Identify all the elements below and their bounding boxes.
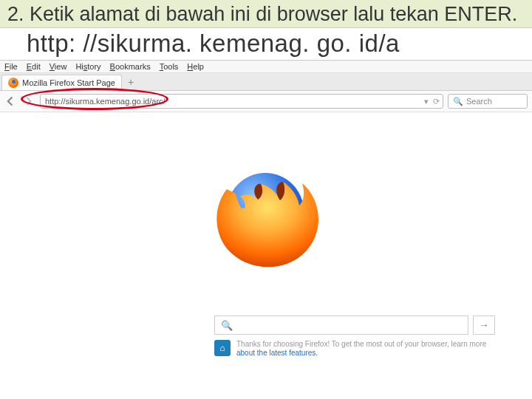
promo-banner: ⌂ Thanks for choosing Firefox! To get th… bbox=[214, 340, 510, 358]
chevron-left-icon bbox=[6, 96, 16, 106]
chevron-right-icon bbox=[24, 97, 33, 106]
start-page-search: 🔍 → bbox=[214, 316, 495, 335]
arrow-right-icon: → bbox=[479, 319, 489, 331]
menu-help[interactable]: Help bbox=[187, 62, 204, 71]
tab-strip: Mozilla Firefox Start Page + bbox=[0, 73, 532, 91]
menu-view[interactable]: View bbox=[50, 62, 67, 71]
instruction-text: 2. Ketik alamat di bawah ini di browser … bbox=[7, 3, 525, 26]
browser-frame: File Edit View History Bookmarks Tools H… bbox=[0, 60, 532, 364]
search-input[interactable]: 🔍 Search bbox=[448, 94, 528, 109]
menu-edit[interactable]: Edit bbox=[27, 62, 41, 71]
start-search-input[interactable]: 🔍 bbox=[214, 316, 468, 335]
browser-content: 🔍 → ⌂ Thanks for choosing Firefox! To ge… bbox=[0, 112, 532, 364]
address-bar: http://sikurma.kemenag.go.id/arc/ ▾ ⟳ 🔍 … bbox=[0, 91, 532, 112]
instruction-banner: 2. Ketik alamat di bawah ini di browser … bbox=[0, 0, 532, 28]
tab-title: Mozilla Firefox Start Page bbox=[22, 78, 115, 87]
url-text: http://sikurma.kemenag.go.id/arc/ bbox=[45, 97, 166, 106]
new-tab-button[interactable]: + bbox=[122, 76, 140, 88]
tab-start-page[interactable]: Mozilla Firefox Start Page bbox=[1, 75, 122, 90]
promo-text: Thanks for choosing Firefox! To get the … bbox=[236, 340, 486, 358]
reload-button[interactable]: ⟳ bbox=[433, 97, 440, 106]
firefox-fox-icon bbox=[211, 160, 321, 270]
start-search-go-button[interactable]: → bbox=[473, 316, 495, 335]
url-display: http: //sikurma. kemenag. go. id/a bbox=[0, 28, 532, 60]
search-icon: 🔍 bbox=[221, 320, 233, 331]
home-icon: ⌂ bbox=[214, 340, 231, 356]
menu-history[interactable]: History bbox=[75, 62, 100, 71]
menu-bookmarks[interactable]: Bookmarks bbox=[110, 62, 151, 71]
promo-link[interactable]: about the latest features. bbox=[236, 349, 318, 357]
search-icon: 🔍 bbox=[453, 97, 463, 106]
forward-button[interactable] bbox=[22, 95, 35, 108]
url-input[interactable]: http://sikurma.kemenag.go.id/arc/ ▾ ⟳ bbox=[40, 94, 443, 109]
firefox-favicon-icon bbox=[8, 78, 18, 88]
promo-line1: Thanks for choosing Firefox! To get the … bbox=[236, 340, 486, 348]
search-placeholder: Search bbox=[466, 97, 492, 106]
firefox-logo-icon bbox=[211, 160, 321, 270]
back-button[interactable] bbox=[4, 95, 18, 108]
menubar: File Edit View History Bookmarks Tools H… bbox=[0, 61, 532, 73]
dropdown-icon[interactable]: ▾ bbox=[424, 97, 429, 106]
menu-file[interactable]: File bbox=[4, 62, 18, 71]
menu-tools[interactable]: Tools bbox=[160, 62, 179, 71]
